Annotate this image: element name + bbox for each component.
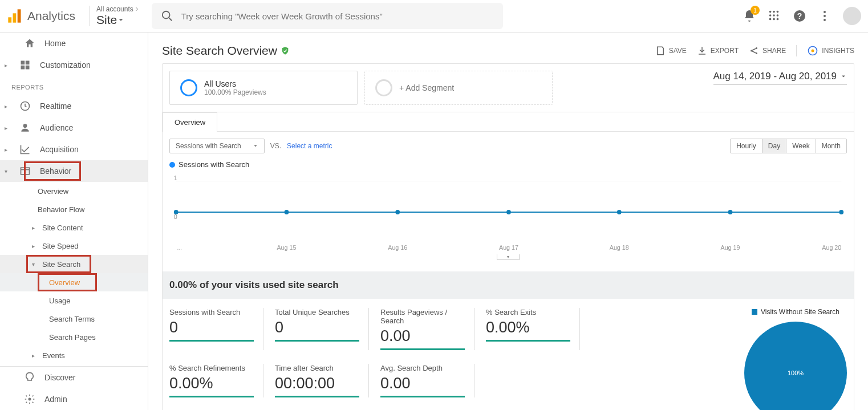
add-segment-button[interactable]: + Add Segment: [364, 71, 553, 105]
svg-rect-0: [8, 17, 11, 22]
svg-point-32: [812, 50, 814, 52]
sidebar-item-acquisition[interactable]: ▸ Acquisition: [0, 139, 148, 160]
chevron-down-icon: [253, 143, 258, 149]
metric-value: 0.00: [380, 375, 465, 392]
logo[interactable]: Analytics: [7, 8, 75, 24]
download-icon: [697, 46, 707, 56]
metric-bar: [169, 340, 254, 342]
sidebar-item-site-search-terms[interactable]: Search Terms: [0, 310, 148, 328]
export-button[interactable]: EXPORT: [697, 46, 739, 56]
insights-icon: [807, 45, 818, 56]
x-tick: Aug 18: [610, 244, 629, 251]
app-name: Analytics: [27, 9, 75, 23]
segment-all-users[interactable]: All Users 100.00% Pageviews: [169, 71, 358, 105]
svg-text:?: ?: [797, 11, 802, 21]
avatar[interactable]: [843, 7, 861, 25]
home-icon: [24, 38, 35, 49]
notifications-button[interactable]: 1: [743, 9, 756, 23]
svg-rect-1: [13, 13, 17, 22]
behavior-icon: [19, 165, 31, 177]
more-button[interactable]: [818, 9, 832, 23]
chevron-right-icon: ▸: [32, 225, 38, 231]
svg-rect-25: [21, 168, 30, 174]
sidebar-item-realtime[interactable]: ▸ Realtime: [0, 95, 148, 117]
sidebar-item-site-content[interactable]: ▸Site Content: [0, 218, 148, 237]
metric-dropdown[interactable]: Sessions with Search: [169, 139, 265, 153]
site-label: Site: [96, 13, 117, 27]
sidebar-item-behavior[interactable]: ▾ Behavior: [0, 160, 148, 182]
sidebar-item-site-search-overview[interactable]: Overview: [0, 273, 148, 291]
page-title-text: Site Search Overview: [162, 44, 277, 58]
pie-percentage: 100%: [788, 370, 804, 376]
customization-icon: [19, 59, 31, 71]
action-label: SHARE: [762, 47, 786, 55]
apps-icon: [768, 9, 780, 22]
insights-button[interactable]: INSIGHTS: [796, 45, 854, 56]
chart-expand-button[interactable]: ▾: [497, 254, 520, 260]
metric-avg-search-depth: Avg. Search Depth 0.00: [380, 364, 474, 397]
sidebar-item-site-search[interactable]: ▾Site Search: [0, 255, 148, 273]
sidebar-item-site-search-usage[interactable]: Usage: [0, 291, 148, 310]
save-button[interactable]: SAVE: [655, 46, 687, 56]
x-tick: Aug 17: [499, 244, 518, 251]
analytics-logo-icon: [7, 8, 23, 24]
sidebar-label: Discover: [44, 373, 75, 382]
time-month-button[interactable]: Month: [816, 139, 846, 153]
legend-dot-icon: [169, 162, 175, 168]
sidebar-item-customization[interactable]: ▸ Customization: [0, 54, 148, 76]
svg-point-37: [395, 210, 400, 214]
sidebar-item-site-speed[interactable]: ▸Site Speed: [0, 237, 148, 255]
chevron-right-icon: ▸: [5, 125, 10, 131]
svg-line-4: [168, 18, 172, 21]
sidebar-item-audience[interactable]: ▸ Audience: [0, 117, 148, 139]
date-range-picker[interactable]: Aug 14, 2019 - Aug 20, 2019: [713, 71, 847, 85]
svg-rect-20: [26, 61, 30, 65]
all-accounts-label: All accounts: [96, 5, 133, 13]
sidebar-item-admin[interactable]: Admin: [0, 388, 148, 410]
sidebar-label: Site Content: [42, 224, 83, 232]
metric-value: 0: [169, 319, 254, 336]
metric-label: % Search Refinements: [169, 364, 254, 372]
share-icon: [749, 46, 759, 56]
share-button[interactable]: SHARE: [749, 46, 786, 56]
search-input[interactable]: [181, 11, 494, 21]
time-hourly-button[interactable]: Hourly: [731, 139, 762, 153]
tab-overview[interactable]: Overview: [163, 112, 217, 132]
sidebar-item-events[interactable]: ▸Events: [0, 346, 148, 364]
shield-check-icon: [281, 46, 290, 55]
add-segment-label: + Add Segment: [399, 83, 454, 92]
time-week-button[interactable]: Week: [786, 139, 816, 153]
chevron-right-icon: ▸: [32, 352, 38, 359]
metric-search-refinements: % Search Refinements 0.00%: [169, 364, 263, 397]
sidebar-item-discover[interactable]: Discover: [0, 367, 148, 388]
pie-chart: 100%: [744, 322, 847, 410]
more-vert-icon: [818, 9, 832, 23]
sidebar-item-site-search-pages[interactable]: Search Pages: [0, 328, 148, 346]
sidebar-label: Site Search: [42, 260, 80, 269]
account-selector[interactable]: All accounts Site: [96, 5, 140, 27]
time-day-button[interactable]: Day: [762, 139, 786, 153]
svg-point-17: [824, 15, 826, 17]
sidebar-item-behavior-flow[interactable]: Behavior Flow: [0, 200, 148, 218]
metric-results-pageviews: Results Pageviews / Search 0.00: [380, 308, 474, 350]
apps-button[interactable]: [768, 9, 781, 23]
sidebar-item-home[interactable]: Home: [0, 33, 148, 54]
sidebar-item-behavior-overview[interactable]: Overview: [0, 182, 148, 200]
metric-bar: [169, 396, 254, 397]
segment-name: All Users: [204, 79, 266, 88]
time-granularity-toggle: Hourly Day Week Month: [730, 139, 847, 153]
help-button[interactable]: ?: [793, 9, 806, 23]
summary-bar: 0.00% of your visits used site search: [163, 271, 854, 299]
report-container: All Users 100.00% Pageviews + Add Segmen…: [162, 63, 854, 410]
search-box[interactable]: [152, 3, 503, 29]
metric-label: Time after Search: [275, 364, 359, 372]
sidebar: Home ▸ Customization REPORTS ▸ Realtime …: [0, 33, 148, 410]
chevron-right-icon: ▸: [5, 103, 10, 109]
line-chart: 1 0 … Aug 15 Aug 16 Aug 17 Aug 18: [163, 172, 854, 271]
search-icon: [161, 10, 173, 22]
metric-value: 0.00: [380, 327, 465, 345]
chevron-right-icon: ▸: [5, 62, 10, 68]
select-metric-link[interactable]: Select a metric: [287, 142, 332, 150]
sidebar-label: Admin: [44, 395, 67, 404]
pie-legend-color-icon: [752, 309, 757, 315]
